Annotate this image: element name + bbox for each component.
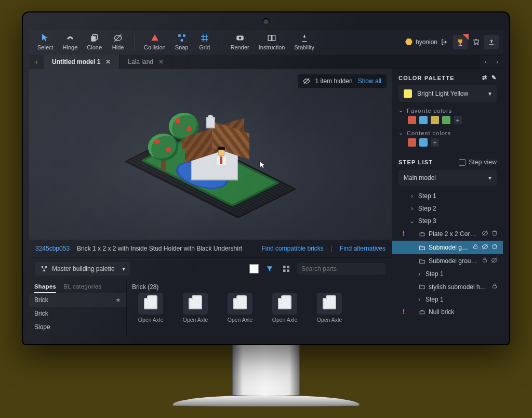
tab-bl-categories[interactable]: BL categories [63, 283, 101, 293]
hide-tool[interactable]: Hide [107, 32, 129, 51]
clone-tool[interactable]: Clone [83, 32, 106, 51]
step-row[interactable]: Submodel group 2 [392, 254, 503, 268]
part-tile[interactable]: Open Axle [311, 293, 348, 334]
color-swatch[interactable] [419, 138, 428, 147]
part-tile[interactable]: Open Axle [177, 293, 214, 334]
part-id-link[interactable]: 3245cbp053 [35, 245, 70, 252]
model-dropdown[interactable]: Main model ▾ [398, 170, 497, 186]
username-label: hyonion [416, 38, 437, 46]
category-item[interactable]: Brick [29, 307, 126, 320]
trophy-button[interactable] [453, 35, 468, 49]
parts-grid: Open Axle Open Axle Open Axle Open Axle … [127, 292, 392, 337]
search-parts-field[interactable] [297, 263, 385, 275]
lock-icon[interactable] [491, 283, 498, 291]
step-row[interactable]: stylish submodel here y… [392, 280, 503, 293]
step-row[interactable]: ›Step 1 [392, 190, 503, 202]
favorite-colors-row: + [408, 116, 497, 124]
folder-icon [418, 283, 425, 290]
category-item[interactable]: Slope [29, 320, 126, 334]
find-compatible-link[interactable]: Find compatible bricks [261, 245, 323, 252]
upload-button[interactable] [484, 35, 499, 49]
step-view-checkbox[interactable]: Step view [459, 159, 497, 166]
snap-tool[interactable]: Snap [171, 32, 193, 51]
chevron-right-icon[interactable]: › [409, 205, 415, 212]
model-illustration [107, 82, 314, 227]
content-colors-toggle[interactable]: Content colors [398, 129, 497, 136]
stability-tool[interactable]: Stability [290, 32, 318, 51]
hide-icon[interactable] [491, 257, 498, 265]
step-row[interactable]: ›Step 2 [392, 202, 503, 215]
step-row[interactable]: Submodel group 1 [392, 241, 503, 254]
content-colors-row: + [408, 138, 497, 147]
hide-icon[interactable] [482, 230, 488, 238]
color-swatch[interactable] [419, 116, 428, 124]
collision-tool[interactable]: Collision [140, 32, 170, 51]
svg-rect-29 [422, 310, 423, 311]
hide-icon[interactable] [482, 243, 488, 252]
eyedropper-icon[interactable]: ✎ [491, 74, 497, 81]
history-forward-button[interactable]: › [491, 56, 503, 68]
new-tab-button[interactable]: ＋ [29, 58, 44, 67]
add-color-button[interactable]: + [431, 138, 439, 147]
step-row[interactable]: !Null brick [392, 306, 503, 318]
step-list-header: STEP LIST Step view [392, 152, 503, 170]
tab-untitled-model-1[interactable]: Untitled model 1✕ [44, 55, 119, 69]
tab-shapes[interactable]: Shapes [34, 283, 56, 293]
grid-tool[interactable]: Grid [194, 32, 216, 51]
view-grid-button[interactable] [281, 263, 292, 275]
svg-rect-5 [180, 39, 183, 42]
filter-button[interactable] [264, 263, 275, 275]
category-item[interactable]: Brick★ [29, 293, 126, 307]
part-tile[interactable]: Open Axle [221, 293, 259, 334]
lock-icon[interactable] [472, 243, 478, 252]
instruction-tool[interactable]: Instruction [255, 32, 289, 51]
chevron-right-icon[interactable]: › [416, 270, 422, 278]
trash-icon[interactable] [491, 243, 498, 252]
folder-icon [418, 258, 425, 265]
folder-icon [418, 244, 425, 251]
part-tile[interactable]: Open Axle [132, 293, 169, 334]
cursor-icon [258, 161, 268, 170]
part-tile[interactable]: Open Axle [266, 293, 303, 334]
palette-dropdown[interactable]: Master building palette ▾ [35, 262, 130, 276]
cart-button[interactable] [469, 35, 483, 49]
account-menu[interactable]: hyonion [401, 36, 452, 48]
select-tool[interactable]: Select [33, 32, 58, 51]
step-row[interactable]: ›Step 1 [392, 268, 503, 280]
color-swatch[interactable] [442, 116, 450, 124]
search-input[interactable] [301, 265, 379, 272]
viewport-canvas[interactable]: 1 item hidden Show all [29, 69, 392, 240]
tab-lala-land[interactable]: Lala land✕ [119, 55, 172, 69]
color-swatch[interactable] [431, 116, 439, 124]
step-label: Step 1 [425, 270, 498, 278]
close-icon[interactable]: ✕ [158, 58, 164, 66]
user-badge-icon [405, 38, 413, 46]
render-tool[interactable]: Render [227, 32, 254, 51]
svg-rect-15 [287, 269, 289, 272]
chevron-down-icon[interactable]: ⌄ [409, 217, 415, 225]
chevron-down-icon: ▾ [488, 90, 491, 97]
chevron-right-icon[interactable]: › [409, 192, 415, 200]
palette-settings-icon[interactable]: ⇄ [482, 74, 487, 81]
current-color-swatch[interactable] [249, 264, 259, 273]
trash-icon[interactable] [491, 230, 498, 238]
chevron-right-icon[interactable]: › [416, 296, 422, 303]
part-icon [418, 231, 425, 238]
selected-color-dropdown[interactable]: Bright Light Yellow ▾ [398, 85, 497, 102]
step-label: Step 3 [418, 217, 498, 225]
step-row[interactable]: ⌄Step 3 [392, 215, 503, 227]
history-back-button[interactable]: ‹ [480, 56, 491, 68]
add-color-button[interactable]: + [454, 116, 462, 124]
close-icon[interactable]: ✕ [105, 58, 111, 66]
step-row[interactable]: !Plate 2 x 2 Corner [392, 227, 503, 241]
color-swatch[interactable] [408, 116, 416, 124]
hinge-tool[interactable]: Hinge [59, 32, 82, 51]
find-alternatives-link[interactable]: Find alternatives [340, 245, 385, 252]
svg-rect-27 [420, 311, 424, 314]
step-row[interactable]: ›Step 1 [392, 293, 503, 306]
favorite-colors-toggle[interactable]: Favorite colors [398, 107, 497, 114]
color-swatch[interactable] [408, 138, 416, 147]
star-icon[interactable]: ★ [115, 296, 121, 304]
show-all-link[interactable]: Show all [358, 77, 381, 85]
lock-icon[interactable] [482, 257, 488, 265]
